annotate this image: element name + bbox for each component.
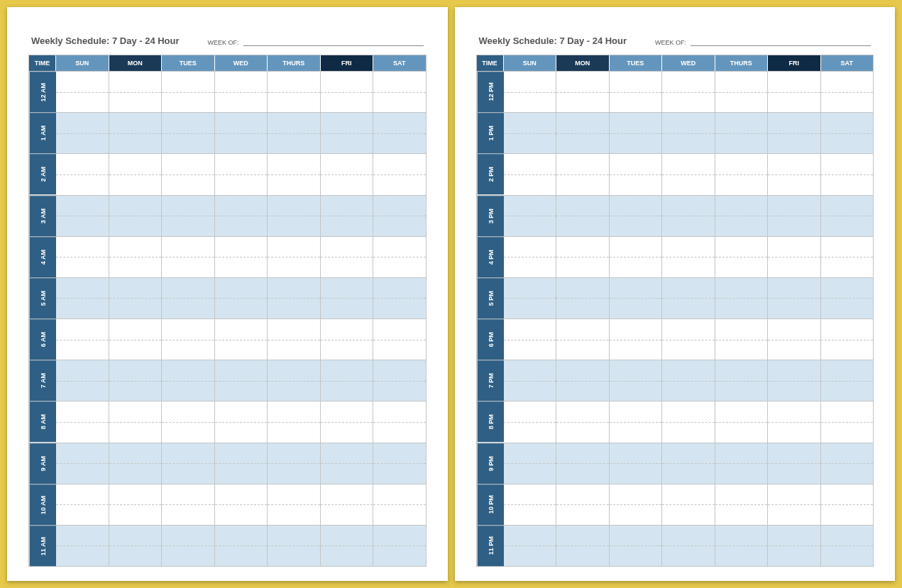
schedule-cell[interactable] (504, 196, 557, 236)
schedule-cell[interactable] (162, 72, 215, 112)
schedule-cell[interactable] (821, 360, 874, 401)
schedule-cell[interactable] (715, 113, 769, 153)
schedule-cell[interactable] (56, 72, 109, 112)
schedule-cell[interactable] (504, 237, 557, 277)
schedule-cell[interactable] (768, 237, 821, 277)
schedule-cell[interactable] (321, 360, 374, 401)
schedule-cell[interactable] (768, 154, 821, 194)
schedule-cell[interactable] (768, 113, 821, 153)
schedule-cell[interactable] (109, 278, 163, 318)
schedule-cell[interactable] (715, 278, 769, 318)
schedule-cell[interactable] (821, 319, 874, 360)
schedule-cell[interactable] (268, 154, 321, 194)
schedule-cell[interactable] (268, 526, 321, 566)
schedule-cell[interactable] (109, 113, 163, 153)
schedule-cell[interactable] (556, 319, 610, 360)
schedule-cell[interactable] (321, 526, 374, 566)
schedule-cell[interactable] (715, 401, 769, 442)
schedule-cell[interactable] (56, 154, 109, 194)
schedule-cell[interactable] (56, 319, 109, 360)
schedule-cell[interactable] (162, 278, 215, 318)
schedule-cell[interactable] (504, 72, 557, 112)
schedule-cell[interactable] (373, 154, 426, 194)
schedule-cell[interactable] (768, 72, 821, 112)
schedule-cell[interactable] (821, 278, 874, 318)
schedule-cell[interactable] (373, 401, 426, 442)
schedule-cell[interactable] (556, 484, 610, 525)
schedule-cell[interactable] (162, 237, 215, 277)
schedule-cell[interactable] (373, 360, 426, 401)
schedule-cell[interactable] (56, 196, 109, 236)
schedule-cell[interactable] (162, 113, 215, 153)
schedule-cell[interactable] (162, 401, 215, 442)
schedule-cell[interactable] (715, 237, 769, 277)
schedule-cell[interactable] (268, 113, 321, 153)
schedule-cell[interactable] (162, 154, 215, 194)
schedule-cell[interactable] (215, 319, 268, 360)
schedule-cell[interactable] (215, 401, 268, 442)
schedule-cell[interactable] (268, 319, 321, 360)
schedule-cell[interactable] (162, 196, 215, 236)
schedule-cell[interactable] (556, 360, 610, 401)
schedule-cell[interactable] (268, 484, 321, 525)
schedule-cell[interactable] (109, 72, 163, 112)
schedule-cell[interactable] (556, 401, 610, 442)
schedule-cell[interactable] (215, 278, 268, 318)
schedule-cell[interactable] (715, 526, 769, 566)
schedule-cell[interactable] (373, 196, 426, 236)
schedule-cell[interactable] (162, 484, 215, 525)
schedule-cell[interactable] (556, 72, 610, 112)
schedule-cell[interactable] (56, 443, 109, 484)
schedule-cell[interactable] (504, 113, 557, 153)
schedule-cell[interactable] (768, 443, 821, 484)
schedule-cell[interactable] (715, 196, 769, 236)
schedule-cell[interactable] (268, 278, 321, 318)
schedule-cell[interactable] (109, 401, 163, 442)
schedule-cell[interactable] (56, 360, 109, 401)
schedule-cell[interactable] (556, 113, 610, 153)
schedule-cell[interactable] (373, 72, 426, 112)
schedule-cell[interactable] (610, 278, 663, 318)
schedule-cell[interactable] (662, 443, 715, 484)
schedule-cell[interactable] (56, 526, 109, 566)
schedule-cell[interactable] (662, 401, 715, 442)
schedule-cell[interactable] (321, 72, 374, 112)
schedule-cell[interactable] (162, 319, 215, 360)
schedule-cell[interactable] (610, 319, 663, 360)
schedule-cell[interactable] (109, 443, 163, 484)
schedule-cell[interactable] (504, 526, 557, 566)
schedule-cell[interactable] (504, 360, 557, 401)
schedule-cell[interactable] (109, 526, 163, 566)
schedule-cell[interactable] (373, 237, 426, 277)
schedule-cell[interactable] (56, 113, 109, 153)
schedule-cell[interactable] (504, 443, 557, 484)
schedule-cell[interactable] (215, 72, 268, 112)
schedule-cell[interactable] (821, 196, 874, 236)
schedule-cell[interactable] (373, 484, 426, 525)
schedule-cell[interactable] (215, 154, 268, 194)
schedule-cell[interactable] (373, 443, 426, 484)
schedule-cell[interactable] (56, 401, 109, 442)
schedule-cell[interactable] (321, 278, 374, 318)
schedule-cell[interactable] (715, 484, 769, 525)
schedule-cell[interactable] (715, 319, 769, 360)
schedule-cell[interactable] (610, 401, 663, 442)
schedule-cell[interactable] (556, 196, 610, 236)
schedule-cell[interactable] (504, 278, 557, 318)
schedule-cell[interactable] (109, 237, 163, 277)
schedule-cell[interactable] (321, 319, 374, 360)
schedule-cell[interactable] (504, 154, 557, 194)
schedule-cell[interactable] (662, 196, 715, 236)
week-of-field[interactable]: WEEK OF: (208, 39, 424, 46)
schedule-cell[interactable] (215, 237, 268, 277)
schedule-cell[interactable] (662, 237, 715, 277)
schedule-cell[interactable] (715, 443, 769, 484)
schedule-cell[interactable] (768, 360, 821, 401)
schedule-cell[interactable] (821, 443, 874, 484)
schedule-cell[interactable] (321, 113, 374, 153)
schedule-cell[interactable] (556, 278, 610, 318)
schedule-cell[interactable] (768, 278, 821, 318)
week-of-field[interactable]: WEEK OF: (655, 39, 871, 46)
schedule-cell[interactable] (56, 484, 109, 525)
schedule-cell[interactable] (768, 484, 821, 525)
